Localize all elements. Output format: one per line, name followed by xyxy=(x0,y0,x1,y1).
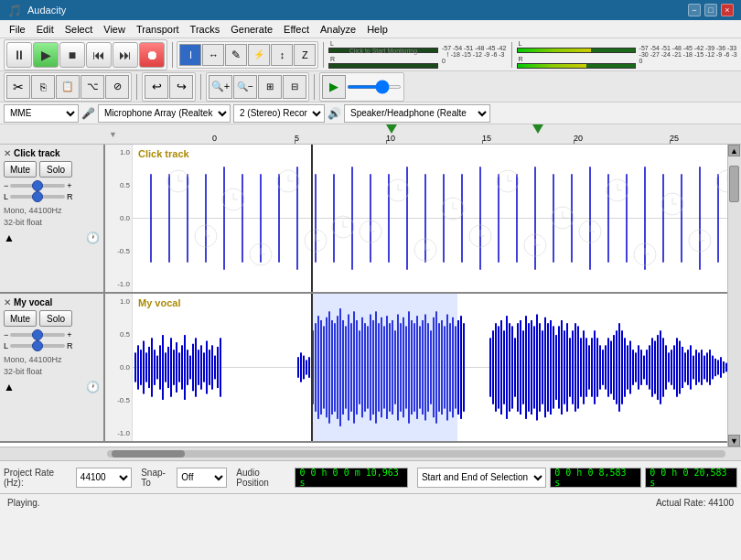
click-solo-button[interactable]: Solo xyxy=(39,161,72,178)
tool-timeshift[interactable]: ↕ xyxy=(271,44,293,66)
selection-mode-select[interactable]: Start and End of Selection Start and Len… xyxy=(417,468,546,488)
skip-back-button[interactable]: ⏮ xyxy=(86,42,112,68)
tool-multi[interactable]: Z xyxy=(294,44,316,66)
playback-speed-slider[interactable] xyxy=(347,85,402,89)
host-select[interactable]: MME DirectSound WASAPI xyxy=(4,104,79,123)
vocal-expand-icon[interactable]: ▲ xyxy=(4,381,15,393)
click-track-waveform[interactable]: 1.0 0.5 0.0 -0.5 -1.0 Click track xyxy=(105,145,727,292)
cut-button[interactable]: ✂ xyxy=(6,75,30,99)
svg-rect-128 xyxy=(217,347,219,388)
audio-position-label: Audio Position xyxy=(236,468,291,488)
svg-rect-125 xyxy=(209,350,210,385)
skip-forward-button[interactable]: ⏭ xyxy=(113,42,138,68)
undo-button[interactable]: ↩ xyxy=(145,75,168,99)
svg-rect-105 xyxy=(154,350,156,385)
tool-selector: I ↔ ✎ ⚡ ↕ Z xyxy=(177,41,318,69)
selection-end-display[interactable]: 0 0 h 0 20,583 s xyxy=(645,468,737,488)
click-mute-button[interactable]: Mute xyxy=(4,161,37,178)
record-button[interactable]: ⏺ xyxy=(139,42,165,68)
menu-select[interactable]: Select xyxy=(59,22,99,37)
menu-transport[interactable]: Transport xyxy=(131,22,185,37)
playback-vu-scale: -57 -54 -51 -48 -45 -42 -39 -36 -33 -30 … xyxy=(639,45,737,64)
menu-view[interactable]: View xyxy=(98,22,131,37)
svg-rect-256 xyxy=(668,352,670,382)
speaker-select[interactable]: Speaker/Headphone (Realte xyxy=(344,104,490,123)
ruler-spacer: ▼ xyxy=(105,130,210,139)
silence-button[interactable]: ⊘ xyxy=(105,75,129,99)
vocal-pan-l: L xyxy=(4,341,8,350)
click-settings-icon[interactable]: 🕐 xyxy=(86,232,100,244)
tool-zoom[interactable]: ⚡ xyxy=(248,44,270,66)
svg-rect-200 xyxy=(514,338,516,396)
vocal-settings-icon[interactable]: 🕐 xyxy=(86,381,100,393)
svg-rect-123 xyxy=(203,352,205,382)
zoom-fit-button[interactable]: ⊞ xyxy=(258,75,282,99)
tool-selection[interactable]: ↔ xyxy=(202,44,224,66)
record-meter[interactable]: L Click to Start Monitoring R xyxy=(328,40,438,69)
green-play-button[interactable]: ▶ xyxy=(322,75,346,99)
svg-rect-249 xyxy=(649,345,650,389)
stop-button[interactable]: ■ xyxy=(59,42,85,68)
tool-draw[interactable]: ✎ xyxy=(225,44,247,66)
vocal-gain-slider[interactable] xyxy=(10,333,65,337)
mic-select[interactable]: Microphone Array (Realtek xyxy=(98,104,231,123)
vocal-pan-r: R xyxy=(67,341,73,350)
ruler-tick-10: 10 xyxy=(386,134,395,143)
click-gain-slider[interactable] xyxy=(10,184,65,188)
svg-rect-269 xyxy=(703,356,705,380)
project-rate-select[interactable]: 44100 22050 48000 xyxy=(76,468,132,488)
tool-ibeam[interactable]: I xyxy=(179,44,201,66)
vocal-track-close[interactable]: ✕ xyxy=(4,297,11,307)
horizontal-scrollbar[interactable] xyxy=(0,447,741,460)
svg-rect-208 xyxy=(536,315,538,421)
selection-start-display[interactable]: 0 0 h 0 8,583 s xyxy=(550,468,641,488)
menu-effect[interactable]: Effect xyxy=(278,22,315,37)
vocal-track-waveform[interactable]: 1.0 0.5 0.0 -0.5 -1.0 My vocal xyxy=(105,294,727,441)
minimize-button[interactable]: − xyxy=(688,4,701,16)
copy-button[interactable]: ⎘ xyxy=(31,75,55,99)
pause-button[interactable]: ⏸ xyxy=(6,42,32,68)
scroll-up-button[interactable]: ▲ xyxy=(728,145,740,156)
vertical-scrollbar[interactable]: ▲ ▼ xyxy=(727,145,741,447)
click-pan-slider[interactable] xyxy=(10,195,65,199)
play-button[interactable]: ▶ xyxy=(33,42,59,68)
app-title: Audacity xyxy=(27,5,66,16)
zoom-sel-button[interactable]: ⊟ xyxy=(283,75,306,99)
ruler-tick-15: 15 xyxy=(482,134,491,143)
scroll-thumb[interactable] xyxy=(729,166,739,202)
snap-to-select[interactable]: Off Nearest xyxy=(177,468,227,488)
menu-edit[interactable]: Edit xyxy=(31,22,59,37)
ruler-ticks[interactable]: 0 5 10 15 20 25 30 xyxy=(210,124,741,145)
svg-rect-234 xyxy=(607,338,609,396)
zoom-in-button[interactable]: 🔍+ xyxy=(209,75,232,99)
click-expand-icon[interactable]: ▲ xyxy=(4,232,15,244)
vocal-pan-slider[interactable] xyxy=(10,344,65,348)
scroll-down-button[interactable]: ▼ xyxy=(728,435,740,447)
svg-rect-129 xyxy=(220,338,221,396)
audio-position-display[interactable]: 0 0 h 0 0 m 10,963 s xyxy=(295,468,407,488)
menu-file[interactable]: File xyxy=(4,22,31,37)
vocal-solo-button[interactable]: Solo xyxy=(39,310,72,327)
click-track-close[interactable]: ✕ xyxy=(4,148,11,158)
vocal-mute-button[interactable]: Mute xyxy=(4,310,37,327)
svg-rect-205 xyxy=(528,323,530,412)
close-button[interactable]: × xyxy=(721,4,734,16)
zoom-out-button[interactable]: 🔍− xyxy=(233,75,257,99)
timeline-ruler[interactable]: ▼ 0 5 10 15 20 25 30 xyxy=(0,124,741,145)
trim-button[interactable]: ⌥ xyxy=(81,75,104,99)
channels-select[interactable]: 2 (Stereo) Recor 1 (Mono) xyxy=(233,104,325,123)
menu-help[interactable]: Help xyxy=(361,22,393,37)
svg-rect-115 xyxy=(181,345,183,389)
menu-analyze[interactable]: Analyze xyxy=(315,22,361,37)
menu-tracks[interactable]: Tracks xyxy=(185,22,226,37)
menu-generate[interactable]: Generate xyxy=(225,22,278,37)
playback-meter[interactable]: L R xyxy=(517,40,636,69)
redo-button[interactable]: ↪ xyxy=(169,75,193,99)
ruler-tick-0: 0 xyxy=(212,134,217,143)
svg-rect-100 xyxy=(140,350,142,385)
paste-button[interactable]: 📋 xyxy=(56,75,80,99)
tracks-container[interactable]: ✕ Click track Mute Solo − + L R xyxy=(0,145,727,447)
hscroll-thumb[interactable] xyxy=(112,450,185,458)
maximize-button[interactable]: □ xyxy=(704,4,717,16)
vocal-track-name: My vocal xyxy=(14,297,52,307)
